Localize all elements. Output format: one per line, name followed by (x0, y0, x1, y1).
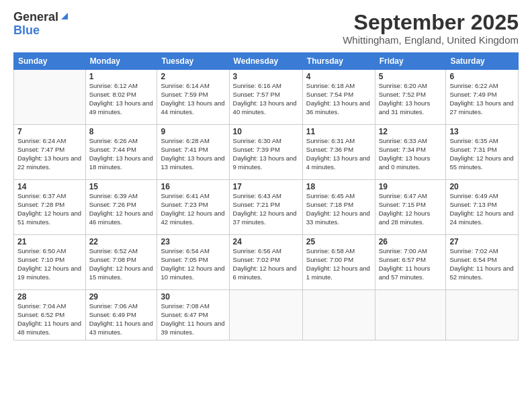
calendar-table: Sunday Monday Tuesday Wednesday Thursday… (13, 52, 519, 340)
day-number: 16 (161, 182, 225, 191)
table-row: 28Sunrise: 7:04 AMSunset: 6:52 PMDayligh… (14, 290, 86, 340)
day-number: 8 (89, 127, 154, 136)
table-row: 19Sunrise: 6:47 AMSunset: 7:15 PMDayligh… (375, 180, 446, 235)
day-info: Sunrise: 6:43 AMSunset: 7:21 PMDaylight:… (233, 192, 299, 226)
day-number: 3 (233, 72, 299, 81)
table-row: 27Sunrise: 7:02 AMSunset: 6:54 PMDayligh… (446, 235, 519, 290)
day-info: Sunrise: 6:33 AMSunset: 7:34 PMDaylight:… (379, 137, 443, 171)
day-number: 15 (89, 182, 154, 191)
table-row: 9Sunrise: 6:28 AMSunset: 7:41 PMDaylight… (157, 125, 229, 180)
calendar-week-row: 7Sunrise: 6:24 AMSunset: 7:47 PMDaylight… (14, 125, 519, 180)
calendar-week-row: 28Sunrise: 7:04 AMSunset: 6:52 PMDayligh… (14, 290, 519, 340)
day-info: Sunrise: 6:50 AMSunset: 7:10 PMDaylight:… (17, 247, 82, 281)
day-number: 6 (449, 72, 515, 81)
table-row: 25Sunrise: 6:58 AMSunset: 7:00 PMDayligh… (302, 235, 375, 290)
table-row: 11Sunrise: 6:31 AMSunset: 7:36 PMDayligh… (302, 125, 375, 180)
day-number: 7 (17, 127, 82, 136)
day-info: Sunrise: 6:20 AMSunset: 7:52 PMDaylight:… (379, 82, 443, 116)
day-number: 19 (379, 182, 443, 191)
title-section: September 2025 Whittingham, England, Uni… (343, 11, 519, 46)
day-info: Sunrise: 6:14 AMSunset: 7:59 PMDaylight:… (161, 82, 225, 116)
day-info: Sunrise: 6:45 AMSunset: 7:18 PMDaylight:… (306, 192, 371, 226)
day-number: 14 (17, 182, 82, 191)
day-info: Sunrise: 6:37 AMSunset: 7:28 PMDaylight:… (17, 192, 82, 226)
day-info: Sunrise: 7:02 AMSunset: 6:54 PMDaylight:… (449, 247, 515, 281)
day-number: 11 (306, 127, 371, 136)
table-row: 20Sunrise: 6:49 AMSunset: 7:13 PMDayligh… (446, 180, 519, 235)
table-row (229, 290, 302, 340)
day-number: 12 (379, 127, 443, 136)
header-friday: Friday (375, 53, 446, 70)
table-row: 5Sunrise: 6:20 AMSunset: 7:52 PMDaylight… (375, 70, 446, 125)
table-row: 26Sunrise: 7:00 AMSunset: 6:57 PMDayligh… (375, 235, 446, 290)
day-info: Sunrise: 6:28 AMSunset: 7:41 PMDaylight:… (161, 137, 225, 171)
calendar-header-row: Sunday Monday Tuesday Wednesday Thursday… (14, 53, 519, 70)
table-row: 2Sunrise: 6:14 AMSunset: 7:59 PMDaylight… (157, 70, 229, 125)
day-info: Sunrise: 6:54 AMSunset: 7:05 PMDaylight:… (161, 247, 225, 281)
header: General Blue September 2025 Whittingham,… (13, 11, 519, 46)
svg-marker-0 (61, 13, 68, 19)
day-number: 17 (233, 182, 299, 191)
table-row: 12Sunrise: 6:33 AMSunset: 7:34 PMDayligh… (375, 125, 446, 180)
day-info: Sunrise: 6:24 AMSunset: 7:47 PMDaylight:… (17, 137, 82, 171)
location: Whittingham, England, United Kingdom (343, 34, 519, 46)
day-number: 9 (161, 127, 225, 136)
day-number: 24 (233, 237, 299, 246)
table-row: 4Sunrise: 6:18 AMSunset: 7:54 PMDaylight… (302, 70, 375, 125)
day-number: 5 (379, 72, 443, 81)
table-row (302, 290, 375, 340)
day-info: Sunrise: 6:26 AMSunset: 7:44 PMDaylight:… (89, 137, 154, 171)
table-row (446, 290, 519, 340)
logo-general-text: General (13, 11, 58, 24)
day-number: 10 (233, 127, 299, 136)
day-info: Sunrise: 6:52 AMSunset: 7:08 PMDaylight:… (89, 247, 154, 281)
day-number: 4 (306, 72, 371, 81)
calendar-week-row: 14Sunrise: 6:37 AMSunset: 7:28 PMDayligh… (14, 180, 519, 235)
day-info: Sunrise: 7:08 AMSunset: 6:47 PMDaylight:… (161, 302, 225, 336)
table-row: 22Sunrise: 6:52 AMSunset: 7:08 PMDayligh… (85, 235, 157, 290)
table-row: 6Sunrise: 6:22 AMSunset: 7:49 PMDaylight… (446, 70, 519, 125)
day-info: Sunrise: 6:49 AMSunset: 7:13 PMDaylight:… (449, 192, 515, 226)
header-sunday: Sunday (14, 53, 86, 70)
calendar-week-row: 1Sunrise: 6:12 AMSunset: 8:02 PMDaylight… (14, 70, 519, 125)
day-number: 30 (161, 292, 225, 302)
table-row: 17Sunrise: 6:43 AMSunset: 7:21 PMDayligh… (229, 180, 302, 235)
day-info: Sunrise: 6:12 AMSunset: 8:02 PMDaylight:… (89, 82, 154, 116)
day-number: 26 (379, 237, 443, 246)
calendar-week-row: 21Sunrise: 6:50 AMSunset: 7:10 PMDayligh… (14, 235, 519, 290)
day-info: Sunrise: 6:30 AMSunset: 7:39 PMDaylight:… (233, 137, 299, 171)
day-number: 23 (161, 237, 225, 246)
day-info: Sunrise: 6:41 AMSunset: 7:23 PMDaylight:… (161, 192, 225, 226)
month-title: September 2025 (343, 11, 519, 34)
day-number: 1 (89, 72, 154, 81)
day-info: Sunrise: 6:22 AMSunset: 7:49 PMDaylight:… (449, 82, 515, 116)
logo-blue-text: Blue (13, 24, 40, 37)
day-number: 18 (306, 182, 371, 191)
day-number: 21 (17, 237, 82, 246)
table-row: 3Sunrise: 6:16 AMSunset: 7:57 PMDaylight… (229, 70, 302, 125)
day-info: Sunrise: 7:04 AMSunset: 6:52 PMDaylight:… (17, 302, 82, 336)
table-row: 7Sunrise: 6:24 AMSunset: 7:47 PMDaylight… (14, 125, 86, 180)
day-number: 2 (161, 72, 225, 81)
day-info: Sunrise: 6:16 AMSunset: 7:57 PMDaylight:… (233, 82, 299, 116)
table-row: 23Sunrise: 6:54 AMSunset: 7:05 PMDayligh… (157, 235, 229, 290)
table-row: 13Sunrise: 6:35 AMSunset: 7:31 PMDayligh… (446, 125, 519, 180)
header-monday: Monday (85, 53, 157, 70)
table-row (375, 290, 446, 340)
day-info: Sunrise: 6:56 AMSunset: 7:02 PMDaylight:… (233, 247, 299, 281)
page: General Blue September 2025 Whittingham,… (0, 0, 532, 411)
day-info: Sunrise: 6:39 AMSunset: 7:26 PMDaylight:… (89, 192, 154, 226)
logo: General Blue (13, 11, 69, 38)
day-info: Sunrise: 6:18 AMSunset: 7:54 PMDaylight:… (306, 82, 371, 116)
day-number: 22 (89, 237, 154, 246)
day-info: Sunrise: 7:00 AMSunset: 6:57 PMDaylight:… (379, 247, 443, 281)
day-info: Sunrise: 6:31 AMSunset: 7:36 PMDaylight:… (306, 137, 371, 171)
table-row: 29Sunrise: 7:06 AMSunset: 6:49 PMDayligh… (85, 290, 157, 340)
day-info: Sunrise: 6:35 AMSunset: 7:31 PMDaylight:… (449, 137, 515, 171)
table-row: 15Sunrise: 6:39 AMSunset: 7:26 PMDayligh… (85, 180, 157, 235)
table-row: 24Sunrise: 6:56 AMSunset: 7:02 PMDayligh… (229, 235, 302, 290)
logo-icon (60, 11, 69, 21)
day-info: Sunrise: 6:58 AMSunset: 7:00 PMDaylight:… (306, 247, 371, 281)
day-number: 20 (449, 182, 515, 191)
table-row (14, 70, 86, 125)
